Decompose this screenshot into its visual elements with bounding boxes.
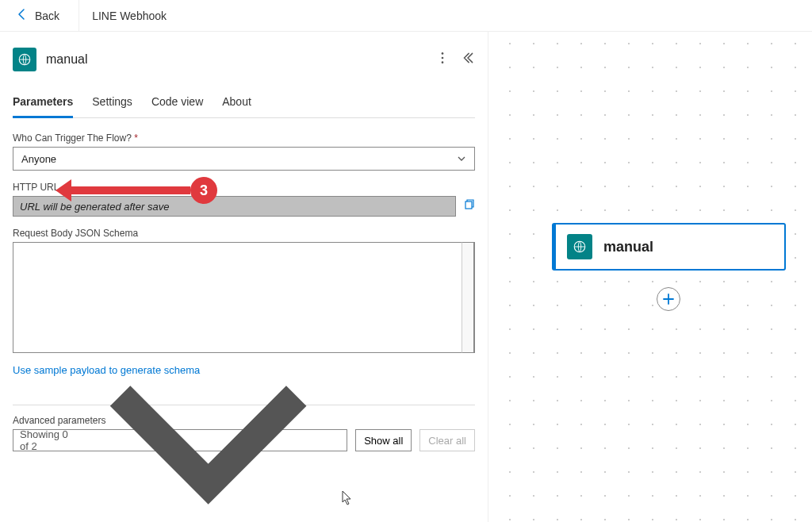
trigger-node-icon [13,48,36,71]
tabs: Parameters Settings Code view About [13,87,475,118]
schema-label: Request Body JSON Schema [13,228,475,239]
sample-payload-link[interactable]: Use sample payload to generate schema [13,364,475,376]
tab-parameters[interactable]: Parameters [13,87,73,118]
trigger-select[interactable]: Anyone [13,147,475,171]
svg-point-1 [442,52,444,55]
svg-point-2 [442,57,444,59]
cursor-icon [341,489,354,509]
copy-icon[interactable] [462,198,475,214]
http-url-field: URL will be generated after save [13,196,456,217]
back-label: Back [35,10,59,22]
clear-all-button: Clear all [419,429,475,451]
schema-textarea[interactable] [13,242,462,353]
show-all-button[interactable]: Show all [355,429,412,451]
more-icon[interactable] [435,51,450,68]
trigger-value: Anyone [21,153,56,165]
canvas-node-title: manual [603,239,653,255]
flow-canvas[interactable]: manual [488,32,812,522]
scrollbar[interactable] [462,242,474,353]
trigger-node-icon [567,234,592,259]
back-button[interactable]: Back [10,5,66,26]
tab-about[interactable]: About [222,87,251,117]
chevron-down-icon [457,154,466,163]
add-step-button[interactable] [657,287,680,311]
svg-rect-4 [465,202,472,209]
back-arrow-icon [16,8,29,23]
canvas-trigger-node[interactable]: manual [552,223,786,271]
tab-code-view[interactable]: Code view [151,87,203,117]
node-title: manual [46,52,87,67]
page-title: LINE Webhook [79,0,167,32]
trigger-label: Who Can Trigger The Flow? * [13,132,475,144]
advanced-select[interactable]: Showing 0 of 2 [13,429,347,451]
tab-settings[interactable]: Settings [92,87,132,117]
http-url-label: HTTP URL [13,182,475,193]
svg-point-3 [442,61,444,63]
collapse-icon[interactable] [461,51,475,68]
